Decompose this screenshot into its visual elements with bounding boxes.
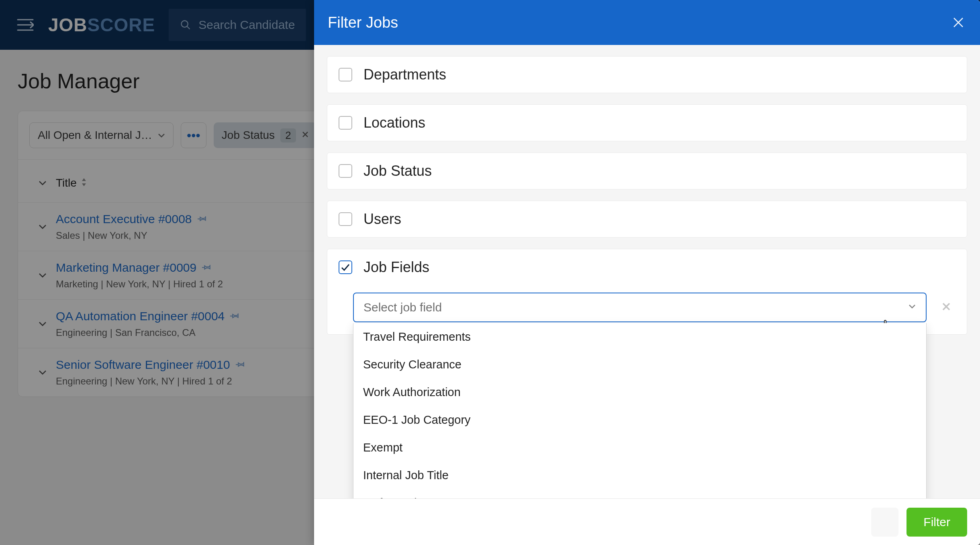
option-label: Work Authorization [363, 386, 461, 399]
panel-header: Filter Jobs [314, 0, 980, 45]
job-field-dropdown: Travel Requirements Security Clearance W… [353, 323, 927, 498]
section-label: Locations [363, 114, 425, 131]
option-label: Security Clearance [363, 358, 461, 371]
lock-icon [441, 496, 449, 498]
filter-section-departments[interactable]: Departments [327, 56, 967, 93]
dropdown-option[interactable]: Security Clearance [353, 351, 926, 378]
checkbox[interactable] [339, 68, 352, 81]
check-icon [340, 262, 351, 272]
filter-button-label: Filter [923, 515, 950, 529]
dropdown-option[interactable]: Internal Job Title [353, 462, 926, 489]
close-button[interactable] [950, 14, 966, 31]
section-label: Job Status [363, 163, 432, 179]
filter-section-locations[interactable]: Locations [327, 104, 967, 141]
filter-button[interactable]: Filter [906, 508, 967, 537]
section-label: Job Fields [363, 259, 429, 276]
filter-jobs-panel: Filter Jobs Departments Locations Job St… [314, 0, 980, 545]
filter-section-users[interactable]: Users [327, 201, 967, 238]
dropdown-option[interactable]: Exempt [353, 434, 926, 462]
section-header[interactable]: Job Fields [327, 249, 967, 285]
option-label: EEO-1 Job Category [363, 413, 471, 427]
option-label: Travel Requirements [363, 330, 471, 344]
clear-select-icon[interactable] [941, 301, 951, 313]
chevron-down-icon [908, 304, 916, 311]
checkbox[interactable] [339, 164, 352, 178]
job-field-select[interactable]: Select job field Travel Requirements Sec… [353, 293, 927, 322]
cancel-button[interactable] [871, 508, 898, 537]
panel-title: Filter Jobs [328, 14, 398, 31]
checkbox[interactable] [339, 116, 352, 130]
option-label: Internal Job Title [363, 469, 449, 482]
section-label: Users [363, 211, 401, 228]
filter-section-job-fields: Job Fields Select job field Travel Requi… [327, 249, 967, 335]
dropdown-option[interactable]: # of Openings [353, 489, 926, 498]
panel-footer: Filter [314, 498, 980, 545]
dropdown-option[interactable]: EEO-1 Job Category [353, 406, 926, 434]
select-placeholder: Select job field [363, 301, 442, 314]
filter-section-job-status[interactable]: Job Status [327, 153, 967, 189]
option-label: # of Openings [363, 496, 436, 498]
checkbox-checked[interactable] [339, 260, 352, 274]
close-icon [952, 16, 965, 29]
section-label: Departments [363, 66, 446, 83]
option-label: Exempt [363, 441, 402, 454]
dropdown-option[interactable]: Travel Requirements [353, 323, 926, 351]
panel-body: Departments Locations Job Status Users [314, 45, 980, 498]
checkbox[interactable] [339, 212, 352, 226]
dropdown-option[interactable]: Work Authorization [353, 378, 926, 406]
